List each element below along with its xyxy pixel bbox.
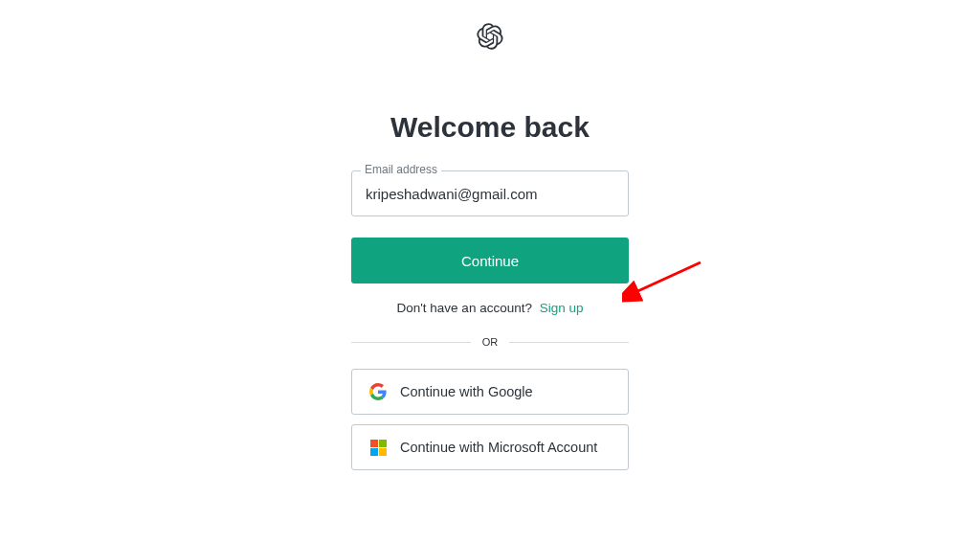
- divider-text: OR: [471, 336, 510, 348]
- divider-line-right: [509, 342, 629, 343]
- google-button-label: Continue with Google: [400, 384, 533, 399]
- openai-logo-icon: [477, 23, 503, 54]
- signup-prompt-text: Don't have an account?: [397, 301, 532, 315]
- page-title: Welcome back: [390, 111, 590, 144]
- or-divider: OR: [351, 336, 629, 348]
- continue-with-microsoft-button[interactable]: Continue with Microsoft Account: [351, 424, 629, 470]
- signup-link[interactable]: Sign up: [540, 301, 584, 315]
- signup-prompt-row: Don't have an account? Sign up: [351, 301, 629, 315]
- email-input-group: Email address: [351, 170, 629, 216]
- continue-button[interactable]: Continue: [351, 238, 629, 283]
- divider-line-left: [351, 342, 471, 343]
- email-field[interactable]: [351, 170, 629, 216]
- email-label: Email address: [361, 163, 441, 176]
- microsoft-icon: [369, 439, 387, 456]
- continue-with-google-button[interactable]: Continue with Google: [351, 369, 629, 415]
- google-icon: [369, 383, 387, 400]
- microsoft-button-label: Continue with Microsoft Account: [400, 440, 597, 455]
